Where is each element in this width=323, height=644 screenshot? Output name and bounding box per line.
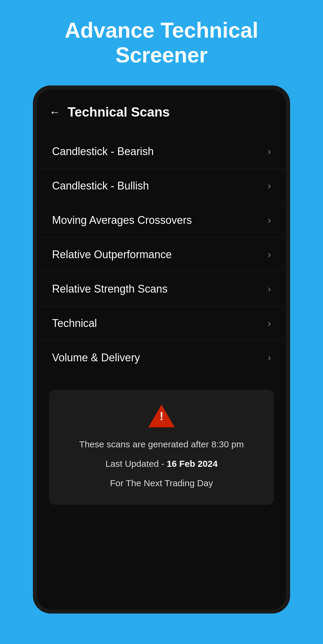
menu-item-label-relative-strength-scans: Relative Strength Scans	[52, 283, 167, 295]
menu-item-moving-averages-crossovers[interactable]: Moving Averages Crossovers›	[37, 203, 286, 238]
chevron-right-icon: ›	[268, 318, 271, 329]
info-card: These scans are generated after 8:30 pm …	[49, 390, 274, 505]
menu-item-candlestick-bullish[interactable]: Candlestick - Bullish›	[37, 169, 286, 203]
warning-triangle-icon	[148, 405, 175, 427]
header-title: Technical Scans	[68, 105, 170, 120]
info-card-line1: These scans are generated after 8:30 pm	[79, 438, 244, 451]
info-card-line3: For The Next Trading Day	[110, 476, 213, 490]
menu-item-label-candlestick-bearish: Candlestick - Bearish	[52, 145, 154, 158]
phone-frame: ← Technical Scans Candlestick - Bearish›…	[33, 85, 290, 614]
menu-item-label-volume-delivery: Volume & Delivery	[52, 351, 140, 364]
warning-icon-wrapper	[148, 405, 175, 429]
chevron-right-icon: ›	[268, 249, 271, 260]
phone-inner: ← Technical Scans Candlestick - Bearish›…	[37, 90, 286, 609]
menu-item-relative-outperformance[interactable]: Relative Outperformance›	[37, 238, 286, 272]
info-card-line2: Last Updated - 16 Feb 2024	[105, 457, 217, 470]
menu-list: Candlestick - Bearish›Candlestick - Bull…	[37, 129, 286, 381]
chevron-right-icon: ›	[268, 146, 271, 157]
bottom-space	[37, 520, 286, 609]
menu-item-label-candlestick-bullish: Candlestick - Bullish	[52, 180, 149, 192]
chevron-right-icon: ›	[268, 215, 271, 226]
page-title: Advance Technical Screener	[41, 18, 282, 68]
menu-item-label-technical: Technical	[52, 317, 97, 330]
menu-item-technical[interactable]: Technical›	[37, 306, 286, 341]
menu-item-volume-delivery[interactable]: Volume & Delivery›	[37, 341, 286, 375]
chevron-right-icon: ›	[268, 180, 271, 191]
menu-item-label-relative-outperformance: Relative Outperformance	[52, 248, 172, 261]
chevron-right-icon: ›	[268, 283, 271, 294]
back-button[interactable]: ←	[49, 106, 60, 118]
menu-item-relative-strength-scans[interactable]: Relative Strength Scans›	[37, 272, 286, 306]
menu-item-candlestick-bearish[interactable]: Candlestick - Bearish›	[37, 134, 286, 169]
app-header: ← Technical Scans	[37, 90, 286, 129]
menu-item-label-moving-averages-crossovers: Moving Averages Crossovers	[52, 214, 192, 227]
chevron-right-icon: ›	[268, 352, 271, 363]
